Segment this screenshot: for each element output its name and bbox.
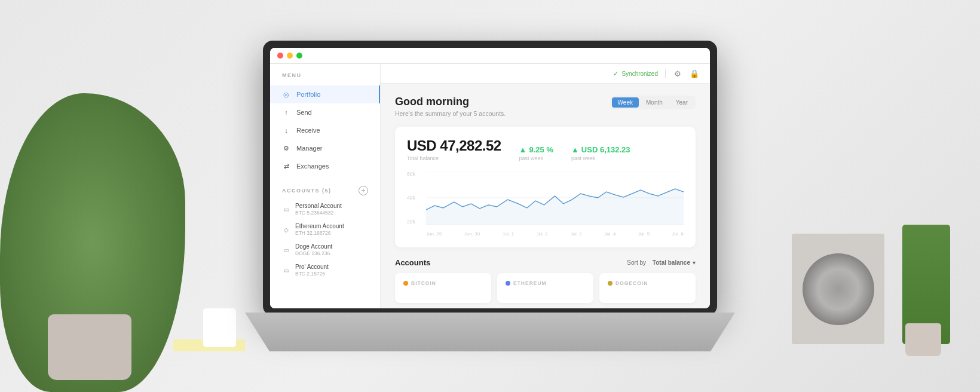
bg-art-frame xyxy=(792,234,884,344)
y-label-40k: 40k xyxy=(407,195,415,201)
x-label-7: Jul. 6 xyxy=(672,231,684,237)
y-label-20k: 20k xyxy=(407,219,415,225)
bg-art-circle xyxy=(803,253,874,325)
greeting-block: Good morning Here's the summary of your … xyxy=(395,96,506,117)
doge-account-icon: ▭ xyxy=(282,246,290,254)
doge-account-sub: DOGE 236.236 xyxy=(295,250,368,256)
x-label-1: Jun. 30 xyxy=(464,231,480,237)
personal-account-icon: ▭ xyxy=(282,205,290,213)
chart-svg xyxy=(426,171,684,225)
doge-dot xyxy=(608,281,612,286)
lock-icon[interactable]: 🔒 xyxy=(690,69,699,78)
top-bar: ✓ Synchronized ⚙ 🔒 xyxy=(381,64,710,84)
settings-icon[interactable]: ⚙ xyxy=(673,69,682,78)
sidebar-item-portfolio[interactable]: ◎ Portfolio xyxy=(270,85,380,103)
greeting-title: Good morning xyxy=(395,96,506,108)
manager-icon: ⚙ xyxy=(282,144,290,152)
stat-percent: ▲ 9.25 % past week xyxy=(519,145,553,161)
personal-account-sub: BTC 5.23644532 xyxy=(295,210,368,216)
x-label-0: Jun. 29 xyxy=(426,231,442,237)
chart-card: USD 47,282.52 Total balance ▲ 9.25 % pas… xyxy=(395,127,696,247)
bg-mug xyxy=(203,308,236,347)
laptop-screen: Menu ◎ Portfolio ↑ Send ↓ Receive xyxy=(270,48,710,308)
sidebar: Menu ◎ Portfolio ↑ Send ↓ Receive xyxy=(270,64,381,308)
doge-account-name: Doge Account xyxy=(295,243,368,250)
doge-account-info: Doge Account DOGE 236.236 xyxy=(295,243,368,256)
account-card-ethereum[interactable]: Ethereum xyxy=(497,273,593,303)
balance-amount: USD 47,282.52 xyxy=(407,137,501,154)
chart-area-fill xyxy=(426,189,684,225)
personal-account-name: Personal Account xyxy=(295,203,368,209)
sidebar-nav: ◎ Portfolio ↑ Send ↓ Receive ⚙ xyxy=(270,83,380,177)
pro-account-icon: ▭ xyxy=(282,266,290,274)
btc-dot xyxy=(403,281,408,286)
account-item-ethereum[interactable]: ◇ Ethereum Account ETH 32.168726 xyxy=(270,219,380,240)
chart-stats-row: USD 47,282.52 Total balance ▲ 9.25 % pas… xyxy=(407,137,684,161)
y-label-60k: 60k xyxy=(407,171,415,177)
traffic-lights-bar xyxy=(270,48,710,64)
stat-usd-value: ▲ USD 6,132.23 xyxy=(571,145,630,154)
sidebar-item-label-receive: Receive xyxy=(296,127,320,134)
ethereum-account-info: Ethereum Account ETH 32.168726 xyxy=(295,223,368,236)
tab-month[interactable]: Month xyxy=(640,97,669,108)
eth-dot xyxy=(506,281,510,286)
sort-label: Sort by xyxy=(627,259,646,266)
sidebar-item-receive[interactable]: ↓ Receive xyxy=(270,121,380,139)
x-label-6: Jul. 5 xyxy=(638,231,650,237)
send-icon: ↑ xyxy=(282,108,290,117)
chart-x-labels: Jun. 29 Jun. 30 Jul. 1 Jul. 2 Jul. 3 Jul… xyxy=(426,231,684,237)
add-account-button[interactable]: + xyxy=(359,186,368,195)
x-label-4: Jul. 3 xyxy=(570,231,581,237)
stat-percent-value: ▲ 9.25 % xyxy=(519,145,553,154)
account-item-personal[interactable]: ▭ Personal Account BTC 5.23644532 xyxy=(270,199,380,219)
greeting-subtitle: Here's the summary of your 5 accounts. xyxy=(395,110,506,117)
sidebar-item-label-manager: Manager xyxy=(296,145,322,152)
sidebar-item-exchanges[interactable]: ⇄ Exchanges xyxy=(270,157,380,175)
accounts-section: Accounts Sort by Total balance ▾ xyxy=(395,258,696,303)
arrow-up-icon-2: ▲ xyxy=(571,145,579,154)
portfolio-icon: ◎ xyxy=(282,90,290,99)
ethereum-account-sub: ETH 32.168726 xyxy=(295,230,368,236)
total-balance-block: USD 47,282.52 Total balance xyxy=(407,137,501,161)
dashboard: Good morning Here's the summary of your … xyxy=(381,84,710,308)
sync-icon: ✓ xyxy=(613,70,618,78)
menu-label: Menu xyxy=(270,64,380,83)
accounts-header: Accounts (5) + xyxy=(270,177,380,199)
accounts-section-label: Accounts (5) xyxy=(282,188,332,194)
chart-y-labels: 60k 40k 20k xyxy=(407,171,415,225)
balance-label: Total balance xyxy=(407,155,501,161)
arrow-up-icon: ▲ xyxy=(519,145,527,154)
dogecoin-card-label: Dogecoin xyxy=(608,280,687,286)
sidebar-item-label-exchanges: Exchanges xyxy=(296,163,329,170)
chart-area: 60k 40k 20k xyxy=(407,171,684,237)
accounts-list: ▭ Personal Account BTC 5.23644532 ◇ Ethe… xyxy=(270,199,380,280)
ethereum-card-label: Ethereum xyxy=(506,280,585,286)
receive-icon: ↓ xyxy=(282,126,290,134)
chevron-down-icon: ▾ xyxy=(693,259,696,266)
accounts-cards-header: Accounts Sort by Total balance ▾ xyxy=(395,258,696,267)
account-card-dogecoin[interactable]: Dogecoin xyxy=(599,273,696,303)
stat-usd-label: past week xyxy=(571,155,630,161)
sort-dropdown[interactable]: Sort by Total balance ▾ xyxy=(627,259,696,266)
account-item-doge[interactable]: ▭ Doge Account DOGE 236.236 xyxy=(270,240,380,260)
stat-percent-label: past week xyxy=(519,155,553,161)
sidebar-item-send[interactable]: ↑ Send xyxy=(270,103,380,121)
sidebar-item-manager[interactable]: ⚙ Manager xyxy=(270,139,380,157)
app-window: Menu ◎ Portfolio ↑ Send ↓ Receive xyxy=(270,64,710,308)
x-label-2: Jul. 1 xyxy=(503,231,514,237)
chart-svg-wrap xyxy=(426,171,684,225)
account-item-pro[interactable]: ▭ Pro' Account BTC 2.15726 xyxy=(270,260,380,280)
tab-year[interactable]: Year xyxy=(670,97,694,108)
x-label-5: Jul. 4 xyxy=(604,231,615,237)
close-button[interactable] xyxy=(277,53,283,59)
pro-account-sub: BTC 2.15726 xyxy=(295,271,368,277)
sidebar-item-label-portfolio: Portfolio xyxy=(296,91,320,98)
laptop: Menu ◎ Portfolio ↑ Send ↓ Receive xyxy=(263,41,717,351)
maximize-button[interactable] xyxy=(296,53,302,59)
period-tabs: Week Month Year xyxy=(610,96,696,109)
ethereum-account-icon: ◇ xyxy=(282,225,290,234)
minimize-button[interactable] xyxy=(287,53,293,59)
tab-week[interactable]: Week xyxy=(612,97,639,108)
accounts-section-title: Accounts xyxy=(395,258,430,267)
account-card-bitcoin[interactable]: Bitcoin xyxy=(395,273,491,303)
